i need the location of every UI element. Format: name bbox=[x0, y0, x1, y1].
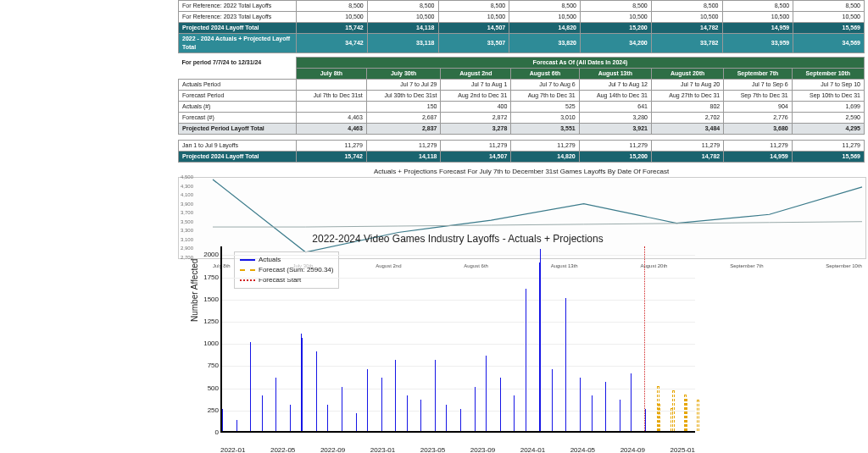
y-tick: 3,100 bbox=[181, 237, 193, 242]
cell: 8,500 bbox=[722, 1, 793, 12]
summary-table: For Reference: 2022 Total Layoffs8,5008,… bbox=[178, 0, 865, 53]
detail-row: Actuals (#)1504005256418029041,699 bbox=[179, 102, 865, 113]
y-axis-label: Number Affected bbox=[190, 259, 199, 322]
actuals-bar bbox=[342, 387, 342, 431]
row-label: Forecast (#) bbox=[179, 113, 297, 124]
y-tick: 3,900 bbox=[181, 202, 193, 207]
detail-row: Projected 2024 Layoff Total15,74214,1181… bbox=[179, 152, 865, 163]
y-tick: 2000 bbox=[193, 251, 219, 258]
x-tick: September 7th bbox=[730, 263, 763, 268]
y-tick: 4,100 bbox=[181, 192, 193, 197]
actuals-bar bbox=[302, 338, 303, 431]
col-header: July 8th bbox=[297, 69, 367, 80]
cell: 8,500 bbox=[581, 1, 652, 12]
cell: Jul 7 to Aug 20 bbox=[652, 80, 724, 91]
row-label: Actuals Period bbox=[179, 80, 297, 91]
cell: 14,959 bbox=[722, 23, 793, 34]
cell: 14,118 bbox=[367, 23, 438, 34]
cell: Jul 7 to Sep 6 bbox=[724, 80, 792, 91]
cell: 2,702 bbox=[652, 113, 724, 124]
cell: 10,500 bbox=[509, 12, 581, 23]
row-label: Actuals (#) bbox=[179, 102, 297, 113]
cell: Jul 30th to Dec 31st bbox=[366, 91, 441, 102]
cell: 14,507 bbox=[441, 152, 511, 163]
mini-chart-caption: Actuals + Projections Forecast For July … bbox=[178, 168, 865, 175]
cell: Jul 7th to Dec 31st bbox=[297, 91, 367, 102]
cell: 10,500 bbox=[438, 12, 509, 23]
actuals-bar bbox=[262, 395, 263, 431]
x-tick: 2024-09 bbox=[620, 446, 645, 453]
cell: 14,782 bbox=[652, 152, 724, 163]
cell: Jul 7 to Aug 6 bbox=[511, 80, 579, 91]
y-tick: 1250 bbox=[193, 318, 219, 325]
cell: 10,500 bbox=[581, 12, 652, 23]
col-header: August 2nd bbox=[441, 69, 511, 80]
x-tick: 2022-05 bbox=[270, 446, 295, 453]
row-label: 2022 - 2024 Actuals + Projected Layoff T… bbox=[179, 34, 297, 53]
cell: 2,590 bbox=[792, 113, 864, 124]
cell: 8,500 bbox=[297, 1, 368, 12]
cell: 3,010 bbox=[511, 113, 579, 124]
cell: Sep 10th to Dec 31 bbox=[792, 91, 864, 102]
cell: 15,200 bbox=[579, 152, 651, 163]
y-tick: 0 bbox=[193, 428, 219, 436]
cell: 11,279 bbox=[652, 141, 724, 152]
col-header: July 30th bbox=[366, 69, 441, 80]
cell: 15,742 bbox=[297, 23, 368, 34]
actuals-bar bbox=[526, 289, 526, 431]
cell: 33,782 bbox=[651, 34, 722, 53]
cell: 14,820 bbox=[509, 23, 581, 34]
x-tick: 2023-01 bbox=[370, 446, 395, 453]
actuals-bar bbox=[290, 405, 291, 431]
actuals-bar bbox=[222, 409, 223, 431]
cell: 3,680 bbox=[724, 124, 792, 135]
cell: 8,500 bbox=[509, 1, 581, 12]
cell: 34,200 bbox=[581, 34, 652, 53]
cell: 11,279 bbox=[297, 141, 367, 152]
cell: 34,742 bbox=[297, 34, 368, 53]
actuals-bar bbox=[620, 400, 620, 431]
y-tick: 3,300 bbox=[181, 228, 193, 233]
cell: 15,569 bbox=[792, 152, 864, 163]
detail-row: Projected Period Layoff Total4,4632,8373… bbox=[179, 124, 865, 135]
actuals-bar bbox=[236, 420, 237, 431]
cell: Jul 7 to Aug 1 bbox=[441, 80, 511, 91]
cell: 33,118 bbox=[367, 34, 438, 53]
y-tick: 3,500 bbox=[181, 219, 193, 224]
x-tick: 2023-05 bbox=[420, 446, 445, 453]
big-chart-title: 2022-2024 Video Games Industry Layoffs -… bbox=[220, 233, 695, 245]
actuals-bar bbox=[475, 387, 476, 431]
detail-table: For period 7/7/24 to 12/31/24Forecast As… bbox=[178, 57, 865, 163]
actuals-bar bbox=[381, 378, 382, 431]
cell: 10,500 bbox=[297, 12, 368, 23]
forecast-bar bbox=[685, 399, 687, 431]
row-label: For Reference: 2022 Total Layoffs bbox=[179, 1, 297, 12]
y-tick: 750 bbox=[193, 362, 219, 369]
cell: 8,500 bbox=[793, 1, 865, 12]
col-header: August 20th bbox=[652, 69, 724, 80]
y-tick: 500 bbox=[193, 384, 219, 392]
actuals-bar bbox=[592, 395, 593, 431]
cell: 14,118 bbox=[366, 152, 441, 163]
cell: 525 bbox=[511, 102, 579, 113]
cell: 8,500 bbox=[651, 1, 722, 12]
detail-row: Jan 1 to Jul 9 Layoffs11,27911,27911,279… bbox=[179, 141, 865, 152]
cell: 15,569 bbox=[793, 23, 865, 34]
cell: 8,500 bbox=[367, 1, 438, 12]
col-header: September 7th bbox=[724, 69, 792, 80]
legend-actuals: Actuals bbox=[259, 256, 281, 263]
cell: 11,279 bbox=[366, 141, 441, 152]
actuals-bar bbox=[631, 373, 632, 431]
cell: 14,820 bbox=[511, 152, 579, 163]
cell: 4,295 bbox=[792, 124, 864, 135]
cell: 3,551 bbox=[511, 124, 579, 135]
cell: 2,872 bbox=[441, 113, 511, 124]
cell: 2,776 bbox=[724, 113, 792, 124]
row-label: Jan 1 to Jul 9 Layoffs bbox=[179, 141, 297, 152]
actuals-bar bbox=[316, 351, 317, 431]
forecast-bar bbox=[670, 408, 673, 431]
cell: 33,507 bbox=[438, 34, 509, 53]
cell: 33,959 bbox=[722, 34, 793, 53]
row-label: Forecast Period bbox=[179, 91, 297, 102]
detail-row: Forecast (#)4,4632,6872,8723,0103,2802,7… bbox=[179, 113, 865, 124]
